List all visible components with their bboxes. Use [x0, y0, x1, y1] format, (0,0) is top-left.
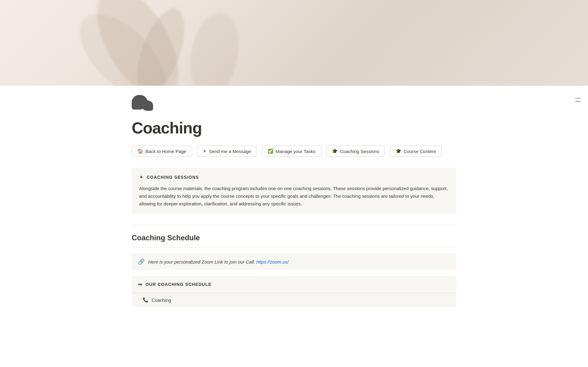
arrow-circle-icon: ➡: [138, 281, 142, 288]
coaching-schedule-heading: Coaching Schedule: [132, 234, 456, 247]
section-divider: [132, 225, 456, 225]
course-content-button[interactable]: 🎓 Course Content: [390, 146, 442, 157]
schedule-block-header: ➡ OUR COACHING SCHEDULE: [132, 276, 456, 293]
phone-icon: 📞: [143, 297, 149, 303]
schedule-item[interactable]: 📞 Coaching: [132, 293, 456, 307]
schedule-block-title: OUR COACHING SCHEDULE: [145, 282, 212, 287]
coaching-sessions-button[interactable]: 🎓 Coaching Sessions: [326, 146, 385, 157]
schedule-item-label: Coaching: [152, 298, 171, 303]
chat-bubble-secondary-icon: [141, 100, 153, 111]
course-icon: 🎓: [396, 148, 401, 154]
manage-tasks-button[interactable]: ✅ Manage your Tasks: [262, 146, 321, 157]
callout-description: Alongside the course materials, the coac…: [139, 185, 449, 208]
chat-bubbles-icon: [132, 95, 148, 110]
graduation-icon: 🎓: [332, 148, 338, 154]
sparkle-icon: ✦: [139, 174, 144, 181]
callout-header: ✦ COACHING SESSIONS: [139, 174, 449, 181]
send-message-button[interactable]: ✈ Send me a Message: [197, 146, 257, 157]
nav-buttons-row: 🏠 Back to Home Page ✈ Send me a Message …: [132, 146, 456, 157]
home-icon: 🏠: [138, 148, 143, 154]
page-icon-area: [132, 86, 456, 114]
send-icon: ✈: [203, 148, 207, 154]
menu-line-2: [575, 101, 581, 102]
hero-banner: [0, 0, 588, 86]
zoom-link-anchor[interactable]: https://zoom.us/: [256, 259, 289, 264]
zoom-link-block: 🔗 Here is your personalized Zoom Link to…: [132, 253, 456, 270]
menu-line-1: [575, 98, 581, 99]
right-side-menu: [575, 98, 581, 102]
coaching-schedule-block: ➡ OUR COACHING SCHEDULE 📞 Coaching: [132, 276, 456, 307]
callout-title: COACHING SESSIONS: [147, 175, 199, 180]
zoom-link-text: Here is your personalized Zoom Link to j…: [148, 259, 289, 264]
coaching-sessions-callout: ✦ COACHING SESSIONS Alongside the course…: [132, 168, 456, 214]
page-title: Coaching: [132, 119, 456, 137]
link-icon: 🔗: [138, 258, 145, 265]
back-home-button[interactable]: 🏠 Back to Home Page: [132, 146, 192, 157]
check-icon: ✅: [268, 148, 273, 154]
